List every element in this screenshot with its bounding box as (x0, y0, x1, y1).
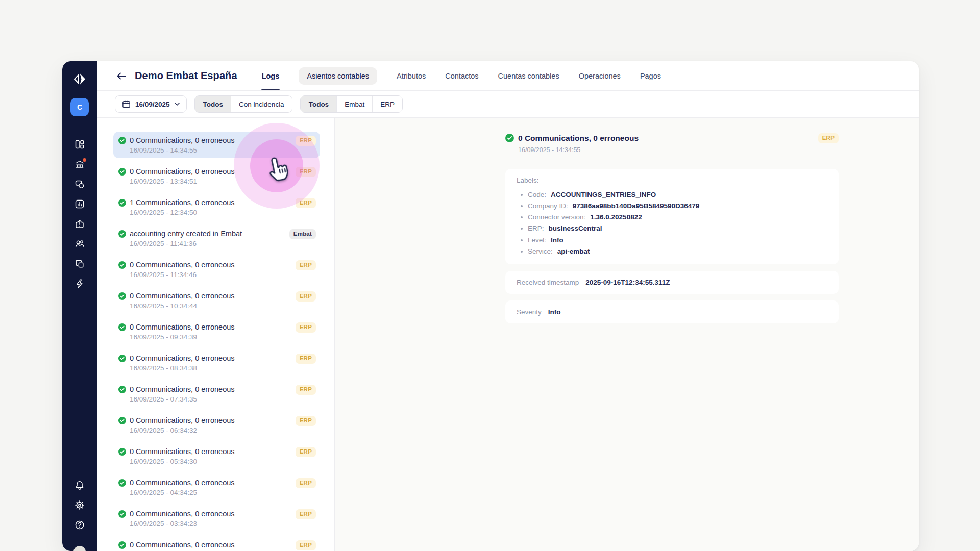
log-item[interactable]: 0 Communications, 0 erroneous 16/09/2025… (113, 536, 320, 551)
received-timestamp-card: Received timestamp 2025-09-16T12:34:55.3… (505, 271, 839, 294)
segment-button[interactable]: Embat (336, 96, 372, 112)
log-badge: ERP (296, 291, 316, 302)
log-item[interactable]: 0 Communications, 0 erroneous 16/09/2025… (113, 132, 320, 158)
severity-label: Severity (517, 308, 542, 316)
label-entry: Company ID:97386aa98bb140Da95B5849590D36… (517, 201, 827, 212)
segment-button[interactable]: ERP (372, 96, 402, 112)
severity-card: Severity Info (505, 300, 839, 323)
label-value: 1.36.0.20250822 (590, 213, 642, 221)
label-value: 97386aa98bb140Da95B5849590D36479 (573, 202, 699, 210)
tab[interactable]: Pagos (640, 61, 661, 90)
log-timestamp: 16/09/2025 - 13:34:51 (130, 177, 235, 186)
log-timestamp: 16/09/2025 - 10:34:44 (130, 302, 235, 311)
log-timestamp: 16/09/2025 - 11:34:46 (130, 270, 235, 280)
log-title: 0 Communications, 0 erroneous (130, 167, 235, 176)
log-title: 0 Communications, 0 erroneous (130, 354, 235, 363)
log-badge: ERP (296, 322, 316, 333)
incidence-segment-control: Todos Con incidencia (194, 95, 292, 113)
bar-chart-icon[interactable] (75, 199, 85, 209)
check-circle-icon (118, 417, 126, 424)
upload-tray-icon[interactable] (75, 219, 85, 229)
log-item[interactable]: 1 Communications, 0 erroneous 16/09/2025… (113, 194, 320, 220)
check-circle-icon (118, 292, 126, 300)
coins-icon[interactable] (75, 179, 85, 189)
check-circle-icon (118, 386, 126, 393)
log-list-panel: 0 Communications, 0 erroneous 16/09/2025… (97, 118, 335, 551)
log-detail-panel: 0 Communications, 0 erroneous ERP 16/09/… (335, 118, 919, 551)
check-circle-icon (118, 137, 126, 144)
app-window: C (62, 61, 919, 551)
log-item[interactable]: 0 Communications, 0 erroneous 16/09/2025… (113, 474, 320, 500)
label-value: Info (551, 236, 564, 244)
date-filter-button[interactable]: 16/09/2025 (115, 95, 187, 113)
check-circle-icon (118, 510, 126, 518)
bell-icon[interactable] (75, 480, 85, 490)
log-item[interactable]: 0 Communications, 0 erroneous 16/09/2025… (113, 381, 320, 407)
log-badge: ERP (296, 416, 316, 426)
back-button[interactable] (115, 69, 128, 83)
label-key: Connector version: (528, 213, 585, 221)
log-badge: ERP (296, 447, 316, 457)
received-timestamp-value: 2025-09-16T12:34:55.311Z (585, 279, 670, 286)
log-item[interactable]: accounting entry created in Embat 16/09/… (113, 225, 320, 252)
copy-icon[interactable] (75, 259, 85, 269)
label-key: Service: (528, 247, 553, 255)
dashboard-icon[interactable] (75, 139, 85, 149)
log-timestamp: 16/09/2025 - 11:41:36 (130, 239, 242, 248)
users-icon[interactable] (75, 239, 85, 249)
log-item[interactable]: 0 Communications, 0 erroneous 16/09/2025… (113, 505, 320, 532)
tab[interactable]: Cuentas contables (498, 61, 559, 90)
labels-heading: Labels: (517, 177, 827, 184)
check-circle-icon (118, 199, 126, 207)
gear-icon[interactable] (75, 500, 85, 510)
help-icon[interactable] (75, 520, 85, 530)
tab[interactable]: Operaciones (579, 61, 621, 90)
log-badge: ERP (296, 136, 316, 146)
log-item[interactable]: 0 Communications, 0 erroneous 16/09/2025… (113, 256, 320, 283)
check-circle-icon (118, 355, 126, 362)
log-badge: ERP (296, 478, 316, 488)
log-title: 1 Communications, 0 erroneous (130, 198, 235, 207)
sidebar-nav (75, 139, 85, 289)
log-timestamp: 16/09/2025 - 03:34:23 (130, 519, 235, 529)
log-timestamp: 16/09/2025 - 06:34:32 (130, 426, 235, 435)
segment-button[interactable]: Con incidencia (231, 96, 292, 112)
check-circle-icon (118, 448, 126, 456)
log-badge: ERP (296, 167, 316, 177)
tab[interactable]: Atributos (397, 61, 426, 90)
log-item[interactable]: 0 Communications, 0 erroneous 16/09/2025… (113, 349, 320, 376)
log-item[interactable]: 0 Communications, 0 erroneous 16/09/2025… (113, 287, 320, 314)
segment-button[interactable]: Todos (195, 96, 231, 112)
app-header: Demo Embat España Logs Asientos contable… (97, 61, 919, 91)
log-item[interactable]: 0 Communications, 0 erroneous 16/09/2025… (113, 443, 320, 469)
tab[interactable]: Contactos (445, 61, 478, 90)
log-title: 0 Communications, 0 erroneous (130, 540, 235, 549)
log-title: 0 Communications, 0 erroneous (130, 416, 235, 425)
lightning-icon[interactable] (75, 279, 85, 289)
log-timestamp: 16/09/2025 - 14:34:55 (130, 146, 235, 155)
bank-icon[interactable] (75, 159, 85, 169)
log-title: 0 Communications, 0 erroneous (130, 478, 235, 487)
source-segment-control: Todos Embat ERP (300, 95, 403, 113)
filter-bar: 16/09/2025 Todos Con incidencia Todos Em… (97, 91, 919, 118)
label-entry: Service:api-embat (517, 246, 827, 257)
log-item[interactable]: 0 Communications, 0 erroneous 16/09/2025… (113, 318, 320, 345)
notification-dot (83, 158, 86, 162)
tab[interactable]: Logs (262, 61, 280, 90)
log-item[interactable]: 0 Communications, 0 erroneous 16/09/2025… (113, 412, 320, 438)
detail-title: 0 Communications, 0 erroneous (518, 134, 639, 143)
content-body: 0 Communications, 0 erroneous 16/09/2025… (97, 118, 919, 551)
workspace-avatar[interactable]: C (70, 98, 89, 116)
log-timestamp: 16/09/2025 - 09:34:39 (130, 333, 235, 342)
user-avatar[interactable] (74, 546, 86, 551)
label-value: businessCentral (549, 224, 602, 232)
sidebar-bottom (74, 480, 86, 551)
log-item[interactable]: 0 Communications, 0 erroneous 16/09/2025… (113, 163, 320, 189)
detail-badge: ERP (818, 133, 839, 143)
segment-button[interactable]: Todos (301, 96, 337, 112)
log-badge: ERP (296, 260, 316, 270)
tab[interactable]: Asientos contables (299, 67, 377, 85)
severity-value: Info (548, 308, 561, 316)
log-title: 0 Communications, 0 erroneous (130, 509, 235, 518)
sidebar: C (62, 61, 97, 551)
